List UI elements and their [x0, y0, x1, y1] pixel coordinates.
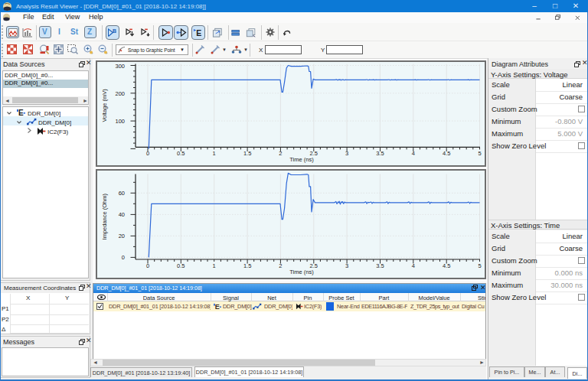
svg-text:2: 2 [279, 150, 282, 157]
svg-text:0.5: 0.5 [177, 150, 185, 157]
svg-text:Voltage (mV): Voltage (mV) [101, 89, 108, 122]
svg-text:20: 20 [119, 233, 125, 239]
svg-text:100: 100 [115, 118, 125, 125]
svg-text:Impedance (Ohm): Impedance (Ohm) [101, 193, 108, 239]
svg-text:5: 5 [478, 150, 481, 157]
svg-text:2: 2 [279, 262, 282, 269]
svg-text:5: 5 [478, 262, 481, 269]
svg-text:0: 0 [122, 254, 125, 261]
svg-text:E: E [18, 109, 24, 116]
svg-text:4: 4 [412, 150, 415, 157]
svg-text:E: E [196, 28, 201, 37]
svg-text:3.5: 3.5 [376, 262, 384, 269]
svg-text:3: 3 [345, 262, 348, 269]
svg-text:1.5: 1.5 [243, 150, 251, 157]
svg-text:4.5: 4.5 [443, 150, 450, 157]
svg-text:B: B [113, 28, 116, 34]
svg-text:0: 0 [146, 150, 149, 157]
svg-text:0: 0 [146, 262, 149, 269]
svg-text:1.5: 1.5 [243, 262, 251, 269]
svg-text:Time (ns): Time (ns) [289, 156, 314, 163]
svg-text:40: 40 [119, 211, 125, 218]
svg-text:4.5: 4.5 [443, 262, 450, 269]
svg-text:0.5: 0.5 [177, 262, 185, 269]
svg-text:4: 4 [412, 262, 415, 269]
svg-text:3: 3 [345, 150, 348, 157]
svg-text:E: E [215, 303, 220, 310]
svg-text:1: 1 [213, 262, 216, 269]
svg-text:60: 60 [119, 190, 125, 197]
svg-text:3.5: 3.5 [376, 150, 384, 157]
svg-text:Time (ns): Time (ns) [289, 269, 314, 275]
svg-text:1: 1 [213, 150, 216, 157]
svg-text:300: 300 [115, 63, 125, 70]
svg-text:200: 200 [115, 90, 125, 97]
